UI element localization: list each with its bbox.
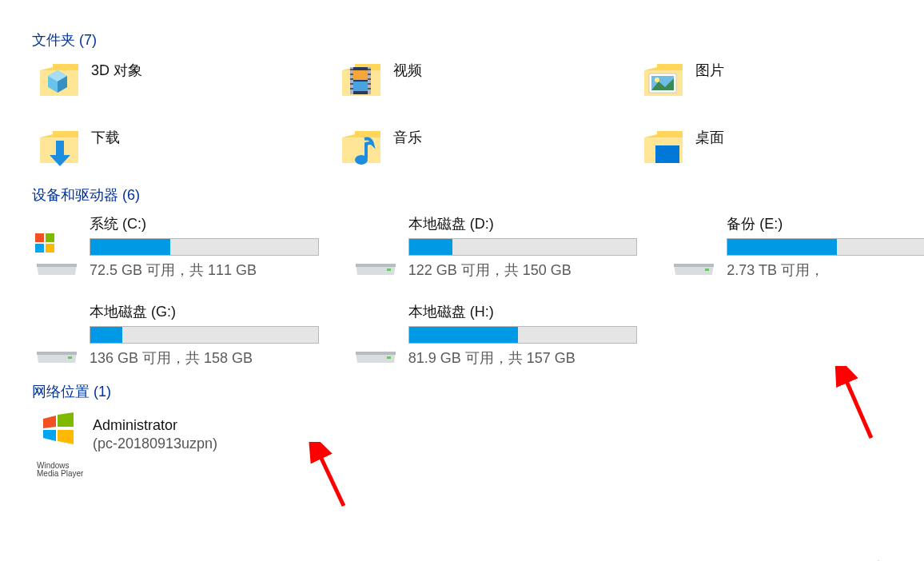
drive-name: 本地磁盘 (H:) (408, 302, 638, 321)
drive-capacity-bar (90, 326, 319, 344)
svg-line-34 (318, 452, 344, 506)
svg-rect-28 (35, 244, 44, 253)
drive-d[interactable]: 本地磁盘 (D:) 122 GB 可用，共 150 GB (351, 214, 638, 280)
drive-capacity-bar (408, 238, 638, 256)
svg-rect-25 (655, 145, 679, 163)
folder-desktop[interactable]: 桌面 (641, 126, 911, 171)
folder-downloads-icon (37, 126, 82, 171)
drive-stats: 72.5 GB 可用，共 111 GB (90, 261, 319, 280)
svg-rect-29 (46, 244, 54, 253)
wmp-caption: WindowsMedia Player (37, 462, 85, 478)
drive-capacity-bar (408, 326, 638, 344)
svg-rect-17 (368, 88, 371, 90)
network-section-header: 网络位置 (1) (32, 382, 924, 401)
network-location-item[interactable]: WindowsMedia Player Administrator (pc-20… (37, 411, 217, 459)
folders-grid: 3D 对象 视频 (32, 59, 911, 171)
svg-rect-7 (353, 82, 368, 91)
svg-rect-4 (350, 67, 353, 94)
folder-videos[interactable]: 视频 (339, 59, 609, 104)
svg-rect-12 (350, 88, 353, 90)
folders-section-header: 文件夹 (7) (32, 30, 924, 50)
drive-name: 系统 (C:) (90, 214, 319, 233)
windows-drive-icon (32, 230, 82, 280)
folder-label: 音乐 (393, 126, 422, 147)
svg-rect-32 (68, 356, 72, 359)
wmp-icon: WindowsMedia Player (37, 411, 85, 459)
svg-rect-30 (387, 269, 391, 271)
drive-icon (669, 230, 719, 280)
svg-rect-14 (368, 74, 371, 75)
svg-rect-31 (705, 269, 709, 271)
folder-music[interactable]: 音乐 (339, 126, 609, 171)
svg-rect-6 (353, 70, 368, 80)
svg-rect-9 (350, 74, 353, 75)
drive-g[interactable]: 本地磁盘 (G:) 136 GB 可用，共 158 GB (32, 302, 319, 368)
folder-videos-icon (339, 59, 384, 104)
drive-name: 备份 (E:) (727, 214, 924, 233)
folder-downloads[interactable]: 下载 (37, 126, 307, 171)
drive-name: 本地磁盘 (D:) (408, 214, 638, 233)
drive-c[interactable]: 系统 (C:) 72.5 GB 可用，共 111 GB (32, 214, 319, 280)
drive-capacity-bar (90, 238, 319, 256)
folder-label: 图片 (695, 59, 724, 80)
drive-stats: 122 GB 可用，共 150 GB (408, 261, 638, 280)
drives-section-header: 设备和驱动器 (6) (32, 185, 924, 205)
folder-label: 视频 (393, 59, 422, 80)
drive-capacity-bar (727, 238, 924, 256)
folder-music-icon (339, 126, 384, 171)
folder-pictures[interactable]: 图片 (641, 59, 911, 104)
drive-icon (32, 318, 82, 368)
svg-rect-8 (350, 69, 353, 70)
folder-label: 下载 (91, 126, 120, 147)
svg-rect-22 (56, 141, 64, 155)
drive-stats: 136 GB 可用，共 158 GB (90, 348, 319, 368)
network-grid: WindowsMedia Player Administrator (pc-20… (32, 411, 924, 459)
drive-stats: 81.9 GB 可用，共 157 GB (408, 348, 638, 368)
network-host-label: (pc-20180913uzpn) (93, 436, 217, 452)
svg-rect-27 (46, 233, 54, 242)
svg-rect-11 (350, 83, 353, 85)
drives-grid: 系统 (C:) 72.5 GB 可用，共 111 GB 本地磁盘 (D:) 12… (32, 214, 924, 368)
drive-h[interactable]: 本地磁盘 (H:) 81.9 GB 可用，共 157 GB (351, 302, 638, 368)
folder-3d-icon (37, 59, 82, 104)
svg-rect-15 (368, 78, 371, 80)
drive-e[interactable]: 备份 (E:) 2.73 TB 可用， (669, 214, 924, 280)
drive-icon (351, 230, 400, 280)
svg-point-24 (355, 155, 368, 165)
folder-3d-objects[interactable]: 3D 对象 (37, 59, 307, 104)
svg-rect-33 (387, 356, 391, 359)
svg-rect-5 (368, 67, 371, 94)
svg-rect-10 (350, 78, 353, 80)
drive-name: 本地磁盘 (G:) (90, 302, 319, 321)
drive-stats: 2.73 TB 可用， (727, 261, 924, 280)
svg-point-21 (655, 78, 659, 82)
svg-rect-16 (368, 83, 371, 85)
folder-label: 3D 对象 (91, 59, 142, 80)
folder-desktop-icon (641, 126, 686, 171)
svg-rect-13 (368, 69, 371, 70)
folder-label: 桌面 (695, 126, 724, 147)
svg-rect-26 (35, 233, 44, 242)
folder-pictures-icon (641, 59, 686, 104)
drive-icon (351, 318, 400, 368)
network-user-label: Administrator (93, 417, 217, 434)
